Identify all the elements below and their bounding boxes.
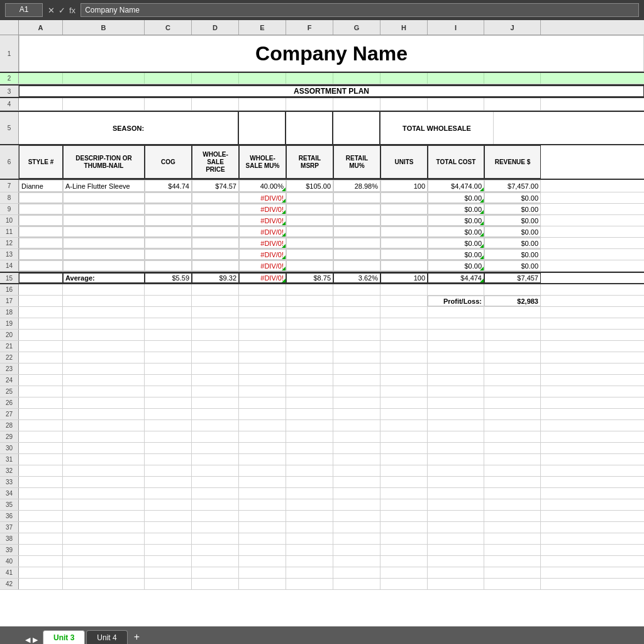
avg-wholesale[interactable]: $9.32: [192, 273, 239, 283]
row17-c[interactable]: [145, 296, 192, 306]
row7-units[interactable]: 100: [380, 180, 428, 192]
col-header-c[interactable]: C: [145, 20, 192, 35]
row33-f[interactable]: [286, 477, 333, 487]
row12-revenue[interactable]: $0.00: [484, 238, 541, 248]
row18-a[interactable]: [19, 307, 63, 318]
row41-f[interactable]: [286, 567, 333, 578]
row31-e[interactable]: [239, 454, 286, 465]
row39-c[interactable]: [145, 545, 192, 555]
row38-c[interactable]: [145, 533, 192, 544]
row37-a[interactable]: [19, 522, 63, 533]
row42-e[interactable]: [239, 579, 286, 589]
row23-d[interactable]: [192, 364, 239, 374]
row24-g[interactable]: [333, 375, 380, 386]
row29-b[interactable]: [63, 431, 145, 442]
row39-g[interactable]: [333, 545, 380, 555]
row14-retail[interactable]: [286, 260, 333, 271]
row10-desc[interactable]: [63, 215, 145, 226]
row2-d[interactable]: [192, 73, 239, 84]
row23-g[interactable]: [333, 364, 380, 374]
row2-g[interactable]: [333, 73, 380, 84]
row22-d[interactable]: [192, 352, 239, 363]
col-header-f[interactable]: F: [286, 20, 333, 35]
row42-i[interactable]: [428, 579, 484, 589]
row25-c[interactable]: [145, 386, 192, 397]
row20-c[interactable]: [145, 330, 192, 340]
row27-c[interactable]: [145, 409, 192, 419]
row23-c[interactable]: [145, 364, 192, 374]
row8-wholesale[interactable]: [192, 192, 239, 203]
row8-units[interactable]: [380, 192, 428, 203]
row40-h[interactable]: [380, 556, 428, 567]
row14-retailmu[interactable]: [333, 260, 380, 271]
row35-a[interactable]: [19, 499, 63, 510]
row24-b[interactable]: [63, 375, 145, 386]
avg-revenue[interactable]: $7,457: [484, 273, 541, 283]
row20-h[interactable]: [380, 330, 428, 340]
row24-i[interactable]: [428, 375, 484, 386]
row8-totalcost[interactable]: $0.00: [428, 192, 484, 203]
row14-totalcost[interactable]: $0.00: [428, 260, 484, 271]
row19-d[interactable]: [192, 318, 239, 329]
col-header-a[interactable]: A: [19, 20, 63, 35]
row39-h[interactable]: [380, 545, 428, 555]
row13-retail[interactable]: [286, 249, 333, 260]
avg-retail[interactable]: $8.75: [286, 273, 333, 283]
row34-j[interactable]: [484, 488, 541, 499]
row40-i[interactable]: [428, 556, 484, 567]
row32-b[interactable]: [63, 465, 145, 476]
row26-j[interactable]: [484, 397, 541, 408]
row28-h[interactable]: [380, 420, 428, 431]
row4-e[interactable]: [239, 98, 286, 110]
row38-b[interactable]: [63, 533, 145, 544]
row24-d[interactable]: [192, 375, 239, 386]
col-header-d[interactable]: D: [192, 20, 239, 35]
row26-g[interactable]: [333, 397, 380, 408]
row8-revenue[interactable]: $0.00: [484, 192, 541, 203]
row42-h[interactable]: [380, 579, 428, 589]
row28-d[interactable]: [192, 420, 239, 431]
row39-a[interactable]: [19, 545, 63, 555]
row33-a[interactable]: [19, 477, 63, 487]
row19-b[interactable]: [63, 318, 145, 329]
row29-i[interactable]: [428, 431, 484, 442]
row22-j[interactable]: [484, 352, 541, 363]
row25-h[interactable]: [380, 386, 428, 397]
row25-b[interactable]: [63, 386, 145, 397]
row21-i[interactable]: [428, 341, 484, 352]
tab-prev-icon[interactable]: ◀: [25, 636, 30, 644]
row7-retail[interactable]: $105.00: [286, 180, 333, 192]
row30-a[interactable]: [19, 443, 63, 453]
row17-e[interactable]: [239, 296, 286, 306]
row28-i[interactable]: [428, 420, 484, 431]
row26-f[interactable]: [286, 397, 333, 408]
row7-retailmu[interactable]: 28.98%: [333, 180, 380, 192]
row14-wholesalemu[interactable]: #DIV/0!: [239, 260, 286, 271]
row8-wholesalemu[interactable]: #DIV/0!: [239, 192, 286, 203]
row27-e[interactable]: [239, 409, 286, 419]
row34-i[interactable]: [428, 488, 484, 499]
row7-wholesalemu[interactable]: 40.00%: [239, 180, 286, 192]
row22-b[interactable]: [63, 352, 145, 363]
row21-f[interactable]: [286, 341, 333, 352]
row17-b[interactable]: [63, 296, 145, 306]
row21-j[interactable]: [484, 341, 541, 352]
row31-b[interactable]: [63, 454, 145, 465]
row29-a[interactable]: [19, 431, 63, 442]
row22-f[interactable]: [286, 352, 333, 363]
row35-h[interactable]: [380, 499, 428, 510]
row35-f[interactable]: [286, 499, 333, 510]
row36-i[interactable]: [428, 511, 484, 521]
row20-b[interactable]: [63, 330, 145, 340]
row20-i[interactable]: [428, 330, 484, 340]
row40-d[interactable]: [192, 556, 239, 567]
row26-a[interactable]: [19, 397, 63, 408]
row35-i[interactable]: [428, 499, 484, 510]
cell-reference[interactable]: A1: [5, 3, 43, 17]
tab-next-icon[interactable]: ▶: [33, 636, 38, 644]
row19-i[interactable]: [428, 318, 484, 329]
row18-c[interactable]: [145, 307, 192, 318]
row10-style[interactable]: [19, 215, 63, 226]
row35-b[interactable]: [63, 499, 145, 510]
row2-c[interactable]: [145, 73, 192, 84]
